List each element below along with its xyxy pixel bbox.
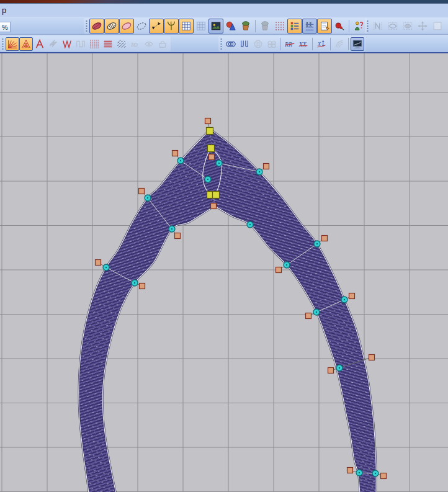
branch-icon [166,20,177,32]
button-new-blank [430,19,445,34]
button-branching-tool[interactable] [164,19,179,34]
control-node-yellow[interactable] [213,192,220,199]
button-screen-preview[interactable] [351,37,364,51]
button-mesh-stitch [251,37,265,51]
control-handle-orange[interactable] [211,204,217,209]
control-node-center-dot [249,224,251,225]
ring-mesh-icon [253,38,264,50]
toolbar-drag-handle-icon[interactable] [220,38,223,50]
shapes-icon [225,20,236,32]
control-handle-orange[interactable] [381,473,387,479]
button-reshape-tool[interactable] [149,19,164,34]
control-handle-orange[interactable] [322,236,328,241]
control-handle-orange[interactable] [140,284,145,289]
button-radial-fill-tool[interactable] [6,37,19,51]
button-context-help[interactable] [351,19,366,34]
button-complex-fill-tool[interactable] [89,19,104,34]
letter-resize-icon: X [316,38,327,50]
button-color-film-list[interactable] [287,19,302,34]
button-overlap-shapes-tool[interactable] [223,19,238,34]
toolbar-drag-handle-icon[interactable] [85,20,88,32]
control-handle-orange[interactable] [172,151,178,156]
control-handle-orange[interactable] [175,233,181,239]
button-monogram-style-2[interactable]: XX [297,37,310,51]
control-node-yellow[interactable] [208,145,215,152]
control-handle-orange[interactable] [347,468,353,473]
button-monogram-style-1[interactable]: RR [283,37,297,51]
button-flower-pot-alt-tool [258,19,272,34]
doc-props-icon [319,20,330,32]
control-handle-orange[interactable] [264,164,269,169]
square-wave-icon [75,38,86,50]
toolbar-separator [328,37,333,51]
button-dashed-outline-tool[interactable] [134,19,149,34]
button-stitch-list[interactable] [302,19,317,34]
control-handle-orange[interactable] [328,368,334,373]
hoop-v-icon [402,20,413,32]
button-grid-toggle[interactable] [179,19,194,34]
monogram-rr-icon: RR [284,38,295,50]
button-pin-tool[interactable] [332,19,347,34]
control-handle-orange[interactable] [349,293,355,299]
hoop-h-icon [387,20,398,32]
toolbar-separator [347,19,351,33]
control-handle-orange[interactable] [205,119,211,124]
control-handle-orange[interactable] [276,267,282,273]
button-object-properties[interactable] [317,19,332,34]
button-flower-pot-tool[interactable] [238,19,253,34]
menu-bar[interactable]: p [0,4,448,17]
stitch-list-icon [304,20,315,32]
button-letter-resize[interactable]: X [315,37,328,51]
button-satin-fill[interactable] [101,37,115,51]
three-d-icon: 3D [130,38,141,50]
button-basket-weave [156,37,169,51]
help-person-icon [353,20,364,32]
button-hoop-layout-h [385,19,400,34]
control-handle-orange[interactable] [369,355,375,360]
toolbar-drag-handle-icon[interactable] [366,20,369,32]
toolbar-separator [279,37,283,51]
control-handle-orange[interactable] [139,189,145,194]
reshape-icon [151,20,162,32]
control-node-center-dot [316,243,318,244]
control-node-center-dot [344,299,345,300]
control-node-center-dot [171,228,172,230]
peak-stitch-icon [20,38,32,50]
letter-a-icon [34,38,45,50]
button-loop-stitch[interactable] [238,37,251,51]
toolbar-drag-handle-icon[interactable] [1,38,4,50]
hoop-n-icon [372,20,383,32]
control-handle-orange[interactable] [306,313,311,319]
petal-hatch-icon [106,20,117,32]
eye-icon [143,38,155,50]
monitor-icon [352,38,363,50]
control-handle-orange[interactable] [209,154,215,160]
button-lettering-tool[interactable] [33,37,47,51]
button-grid-secondary[interactable] [194,19,208,34]
button-sequin-tool[interactable] [224,37,238,51]
button-fill-hatch-tool[interactable] [104,19,119,34]
button-background-image-toggle[interactable] [208,19,223,34]
button-design-network[interactable] [445,19,448,34]
button-motif-fill[interactable] [87,37,101,51]
pin-icon [334,20,345,32]
embroidery-band-left[interactable] [79,129,215,492]
control-handle-orange[interactable] [96,260,101,266]
button-zigzag-stitch[interactable] [60,37,74,51]
toolbar-group [84,18,367,34]
control-node-center-dot [218,163,220,164]
button-dot-grid-tool[interactable] [272,19,287,34]
dot-grid-icon [274,20,285,32]
control-node-yellow[interactable] [207,128,213,135]
control-node-center-dot [375,473,376,474]
canvas-svg[interactable] [0,53,448,492]
petal-fill-icon [91,20,102,32]
button-fancy-fill[interactable] [115,37,128,51]
menu-item-tail[interactable]: p [2,6,6,15]
button-outline-shape-tool[interactable] [119,19,134,34]
zoom-percent-field[interactable]: % [0,22,11,32]
design-canvas[interactable] [0,53,448,492]
button-contour-fill-tool[interactable] [19,37,33,51]
embroidery-band-right[interactable] [210,129,376,492]
toolbar-group [365,18,448,34]
